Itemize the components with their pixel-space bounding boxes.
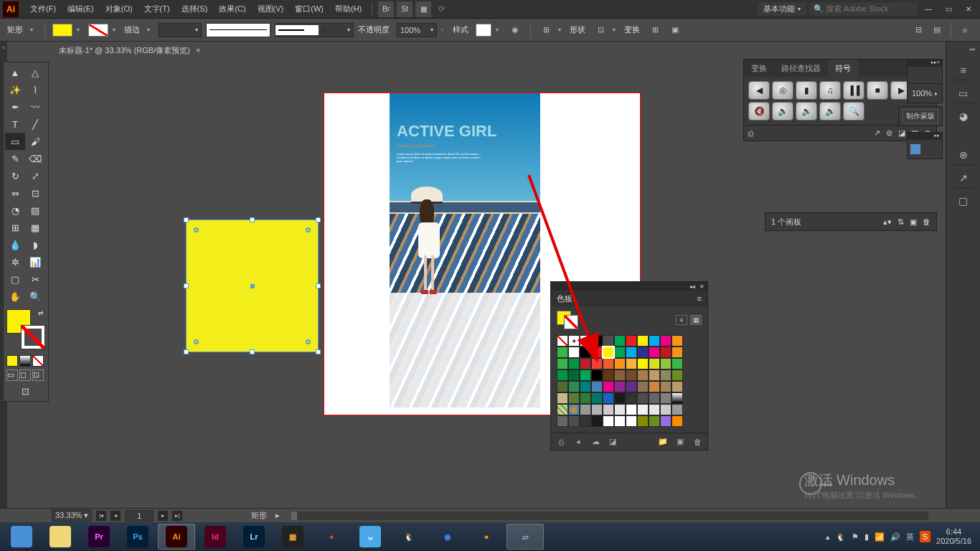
gpu-icon[interactable]: ⟳ (433, 0, 451, 19)
swatch-47[interactable] (591, 381, 603, 392)
stroke-profile-dropdown[interactable] (206, 23, 270, 37)
swatch-15[interactable] (603, 347, 614, 358)
fill-stroke-indicator[interactable]: ⇄ (6, 309, 45, 349)
swatch-10[interactable] (672, 335, 683, 347)
free-transform-tool[interactable]: ⊡ (25, 184, 45, 202)
swatch-66[interactable] (557, 404, 568, 415)
taskbar-browser[interactable] (3, 524, 40, 550)
menu-object[interactable]: 对象(O) (100, 0, 138, 19)
swatch-6[interactable] (626, 335, 637, 347)
menu-effect[interactable]: 效果(C) (213, 0, 251, 19)
swatch-38[interactable] (614, 369, 626, 381)
swatch-31[interactable] (660, 358, 672, 369)
swatch-5[interactable] (614, 335, 626, 347)
symbol-options-icon[interactable]: ◪ (898, 128, 905, 138)
arrange-icon[interactable]: ▦ (415, 1, 431, 17)
search-stock-input[interactable]: 🔍 搜索 Adobe Stock (809, 2, 917, 16)
zoom-dropdown[interactable]: 33.33% ▾ (52, 509, 92, 522)
swatch-44[interactable] (557, 381, 568, 392)
none-mode-icon[interactable] (32, 355, 44, 367)
swatch-kind-icon[interactable]: ◂ (573, 436, 584, 448)
tray-qq-icon[interactable]: 🐧 (836, 532, 846, 542)
swatch-75[interactable] (660, 404, 672, 415)
menu-edit[interactable]: 编辑(E) (62, 0, 100, 19)
document-tab[interactable]: 未标题-1* @ 33.33% (RGB/像素预览) × (52, 42, 207, 59)
tray-volume-icon[interactable]: 🔊 (890, 532, 900, 542)
swatch-67[interactable] (568, 404, 580, 415)
taskbar-clock[interactable]: 6:44 2020/5/16 (936, 527, 971, 546)
swatch-78[interactable] (568, 415, 580, 427)
selection-tool[interactable]: ▲ (5, 64, 25, 81)
rectangle-tool[interactable]: ▭ (5, 133, 25, 150)
prev-artboard-icon[interactable]: ◂ (110, 511, 121, 521)
swatch-79[interactable] (580, 415, 591, 427)
swatch-57[interactable] (580, 392, 591, 404)
taskbar-firefox[interactable]: ● (468, 524, 505, 550)
place-symbol-icon[interactable]: ↗ (874, 128, 880, 138)
tray-lang-label[interactable]: 英 (906, 532, 914, 542)
taskbar-notes[interactable]: ▱ (507, 524, 544, 550)
swatch-library-icon[interactable]: ⎙ (555, 436, 567, 448)
symbol-1[interactable]: ◎ (772, 81, 793, 100)
tray-ime-icon[interactable]: S (920, 531, 930, 542)
swatch-73[interactable] (637, 404, 649, 415)
fill-color-swatch[interactable] (52, 24, 72, 37)
stroke-panel-icon[interactable]: ⊛ (952, 145, 975, 165)
swatch-40[interactable] (637, 369, 649, 381)
swatch-86[interactable] (660, 415, 672, 427)
swatch-53[interactable] (660, 381, 672, 392)
swatch-3[interactable] (591, 335, 603, 347)
horizontal-scrollbar[interactable] (291, 512, 928, 520)
swatch-0[interactable] (557, 335, 568, 347)
taskbar-chrome[interactable]: ◉ (429, 524, 466, 550)
swatch-21[interactable] (672, 347, 683, 358)
symbol-8[interactable]: 🔈 (772, 102, 793, 121)
panel-close-icon[interactable]: ✕ (699, 283, 705, 290)
type-tool[interactable]: T (5, 116, 25, 133)
symbol-5[interactable]: ■ (867, 81, 888, 100)
taskbar-app2[interactable]: ᴗ (352, 524, 389, 550)
swatch-7[interactable] (637, 335, 649, 347)
lasso-tool[interactable]: ⌇ (25, 81, 45, 98)
swatch-23[interactable] (568, 358, 580, 369)
swatch-17[interactable] (626, 347, 637, 358)
isolate-icon[interactable]: ▣ (667, 22, 683, 38)
symbol-3[interactable]: ♫ (819, 81, 841, 100)
perspective-tool[interactable]: ▨ (25, 202, 45, 219)
swatch-29[interactable] (637, 358, 649, 369)
color-mode-icon[interactable] (6, 355, 18, 367)
swatch-71[interactable] (614, 404, 626, 415)
close-button[interactable]: ✕ (960, 2, 977, 17)
swatch-76[interactable] (672, 404, 683, 415)
swatch-65[interactable] (672, 392, 683, 404)
swatch-options-icon[interactable]: ◪ (607, 436, 618, 448)
swatch-36[interactable] (591, 369, 603, 381)
swatch-34[interactable] (568, 369, 580, 381)
artboard-tool[interactable]: ▢ (5, 270, 25, 288)
next-artboard-icon[interactable]: ▸ (158, 511, 168, 521)
stroke-weight-input[interactable]: ▾ (159, 23, 202, 37)
swatch-39[interactable] (626, 369, 637, 381)
swatch-8[interactable] (649, 335, 660, 347)
slice-tool[interactable]: ✂ (25, 270, 45, 288)
stock-icon[interactable]: St (397, 1, 413, 17)
first-artboard-icon[interactable]: |◂ (96, 511, 106, 521)
transform-icon[interactable]: ⊞ (647, 22, 663, 38)
bridge-icon[interactable]: Br (378, 1, 394, 17)
ctrl-right-icon-2[interactable]: ▤ (929, 22, 945, 38)
tray-battery-icon[interactable]: ▮ (864, 532, 869, 542)
gradient-panel-icon[interactable]: ↗ (952, 168, 975, 188)
graphic-style-swatch[interactable] (476, 24, 491, 37)
swatch-45[interactable] (568, 381, 580, 392)
swatch-69[interactable] (591, 404, 603, 415)
swatch-58[interactable] (591, 392, 603, 404)
swatch-20[interactable] (660, 347, 672, 358)
symbol-7[interactable]: 🔇 (748, 102, 770, 121)
symbol-4[interactable]: ▐▐ (843, 81, 864, 100)
minimize-button[interactable]: — (920, 2, 937, 17)
swatch-cloud-icon[interactable]: ☁ (590, 436, 601, 448)
transform-tab[interactable]: 变换 (744, 60, 774, 77)
draw-normal-icon[interactable]: ▭ (6, 369, 18, 381)
symbol-sprayer-tool[interactable]: ✲ (5, 253, 25, 270)
swatch-14[interactable] (591, 347, 603, 358)
